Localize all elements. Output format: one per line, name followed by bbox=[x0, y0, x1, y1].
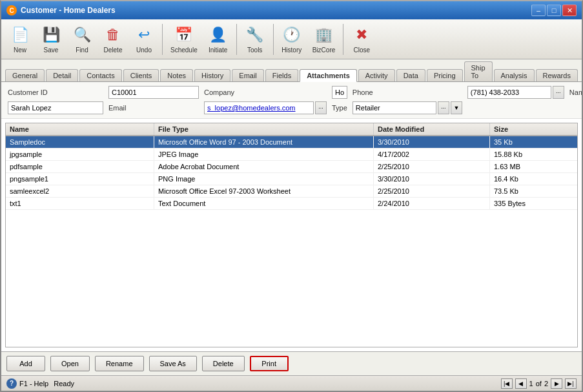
undo-label: Undo bbox=[136, 46, 152, 54]
status-text: Ready bbox=[54, 380, 74, 387]
customer-info-section: Customer ID Company Phone ··· Name Email… bbox=[1, 82, 582, 119]
col-header-date: Date Modified bbox=[374, 123, 490, 135]
table-row[interactable]: samleexcel2 Microsoft Office Excel 97-20… bbox=[6, 185, 577, 198]
email-expand-button[interactable]: ··· bbox=[315, 101, 327, 114]
email-field-group: ··· bbox=[204, 101, 327, 114]
maximize-button[interactable]: □ bbox=[547, 5, 561, 16]
col-header-filetype: File Type bbox=[154, 123, 374, 135]
table-row[interactable]: txt1 Text Document 2/24/2010 335 Bytes bbox=[6, 198, 577, 210]
page-total: 2 bbox=[544, 380, 548, 387]
delete-label: Delete bbox=[104, 46, 123, 54]
tools-icon: 🔧 bbox=[245, 25, 265, 45]
type-dropdown-button[interactable]: ▼ bbox=[451, 101, 462, 114]
row-date: 4/17/2002 bbox=[374, 149, 490, 160]
name-label: Name bbox=[569, 88, 582, 96]
table-row[interactable]: pdfsample Adobe Acrobat Document 2/25/20… bbox=[6, 161, 577, 173]
tab-pricing[interactable]: Pricing bbox=[427, 69, 463, 81]
phone-expand-button[interactable]: ··· bbox=[553, 86, 564, 99]
type-expand-button[interactable]: ··· bbox=[438, 101, 449, 114]
nav-first-button[interactable]: |◀ bbox=[501, 378, 513, 389]
open-button[interactable]: Open bbox=[50, 356, 90, 371]
table-row[interactable]: Sampledoc Microsoft Office Word 97 - 200… bbox=[6, 136, 577, 149]
tab-fields[interactable]: Fields bbox=[265, 69, 298, 81]
initiate-button[interactable]: 👤 Initiate bbox=[203, 22, 233, 56]
col-header-name: Name bbox=[6, 123, 154, 135]
company-field[interactable] bbox=[332, 86, 347, 99]
row-filetype: Microsoft Office Excel 97-2003 Worksheet bbox=[154, 185, 374, 197]
delete-button[interactable]: 🗑 Delete bbox=[98, 22, 128, 56]
page-of-label: of bbox=[536, 380, 542, 387]
status-nav: |◀ ◀ 1 of 2 ▶ ▶| bbox=[501, 378, 577, 389]
save-icon: 💾 bbox=[41, 25, 61, 45]
new-button[interactable]: 📄 New bbox=[5, 22, 35, 56]
tab-rewards[interactable]: Rewards bbox=[536, 69, 578, 81]
nav-last-button[interactable]: ▶| bbox=[565, 378, 577, 389]
tab-shipto[interactable]: Ship To bbox=[464, 61, 493, 81]
row-name: pngsample1 bbox=[6, 173, 154, 185]
history-toolbar-label: History bbox=[281, 46, 302, 54]
row-name: jpgsample bbox=[6, 149, 154, 160]
print-button[interactable]: Print bbox=[250, 356, 289, 371]
table-row[interactable]: pngsample1 PNG Image 3/30/2010 16.4 Kb bbox=[6, 173, 577, 185]
tab-contacts[interactable]: Contacts bbox=[79, 69, 121, 81]
tools-button[interactable]: 🔧 Tools bbox=[240, 22, 270, 56]
delete-attachment-button[interactable]: Delete bbox=[202, 356, 245, 371]
schedule-icon: 📅 bbox=[174, 25, 194, 45]
save-button[interactable]: 💾 Save bbox=[36, 22, 66, 56]
row-name: Sampledoc bbox=[6, 136, 154, 148]
tab-detail[interactable]: Detail bbox=[46, 69, 78, 81]
phone-field[interactable] bbox=[467, 86, 551, 99]
tab-notes[interactable]: Notes bbox=[160, 69, 193, 81]
tab-history[interactable]: History bbox=[194, 69, 230, 81]
toolbar: 📄 New 💾 Save 🔍 Find 🗑 Delete ↩ Undo 📅 Sc… bbox=[1, 19, 582, 59]
tab-attachments[interactable]: Attachments bbox=[300, 69, 357, 82]
row-date: 2/24/2010 bbox=[374, 198, 490, 209]
tab-activity[interactable]: Activity bbox=[358, 69, 395, 81]
bottom-button-bar: Add Open Rename Save As Delete Print bbox=[1, 351, 582, 375]
help-label: F1 - Help bbox=[19, 380, 48, 387]
row-date: 3/30/2010 bbox=[374, 173, 490, 185]
title-bar: C Customer - Home Dealers – □ ✕ bbox=[1, 1, 582, 19]
find-icon: 🔍 bbox=[72, 25, 92, 45]
row-date: 3/30/2010 bbox=[374, 136, 490, 148]
schedule-button[interactable]: 📅 Schedule bbox=[166, 22, 202, 56]
row-size: 16.4 Kb bbox=[490, 173, 577, 185]
rename-button[interactable]: Rename bbox=[95, 356, 144, 371]
tab-general[interactable]: General bbox=[5, 69, 45, 81]
tab-bar: General Detail Contacts Clients Notes Hi… bbox=[1, 59, 582, 82]
close-toolbar-button[interactable]: ✖ Close bbox=[347, 22, 376, 56]
row-size: 335 Bytes bbox=[490, 198, 577, 209]
window-close-button[interactable]: ✕ bbox=[562, 5, 577, 16]
minimize-button[interactable]: – bbox=[531, 5, 546, 16]
table-row[interactable]: jpgsample JPEG Image 4/17/2002 15.88 Kb bbox=[6, 149, 577, 161]
tab-analysis[interactable]: Analysis bbox=[494, 69, 535, 81]
type-field[interactable] bbox=[353, 101, 436, 114]
title-controls: – □ ✕ bbox=[531, 5, 577, 16]
row-name: pdfsample bbox=[6, 161, 154, 172]
history-icon: 🕐 bbox=[281, 25, 302, 45]
company-label: Company bbox=[204, 88, 327, 96]
find-button[interactable]: 🔍 Find bbox=[67, 22, 97, 56]
delete-toolbar-icon: 🗑 bbox=[103, 25, 123, 45]
name-field[interactable] bbox=[8, 101, 103, 114]
col-header-size: Size bbox=[490, 123, 577, 135]
nav-next-button[interactable]: ▶ bbox=[551, 378, 562, 389]
row-filetype: Text Document bbox=[154, 198, 374, 209]
nav-prev-button[interactable]: ◀ bbox=[515, 378, 527, 389]
tab-email[interactable]: Email bbox=[232, 69, 264, 81]
history-toolbar-button[interactable]: 🕐 History bbox=[277, 22, 307, 56]
add-button[interactable]: Add bbox=[6, 356, 45, 371]
row-size: 73.5 Kb bbox=[490, 185, 577, 197]
window-title: Customer - Home Dealers bbox=[21, 6, 116, 15]
phone-label: Phone bbox=[353, 88, 462, 96]
tab-clients[interactable]: Clients bbox=[123, 69, 159, 81]
bizcore-button[interactable]: 🏢 BizCore bbox=[308, 22, 340, 56]
help-section: ? F1 - Help bbox=[6, 378, 48, 389]
undo-button[interactable]: ↩ Undo bbox=[129, 22, 159, 56]
phone-field-group: ··· bbox=[467, 86, 564, 99]
save-as-button[interactable]: Save As bbox=[149, 356, 197, 371]
tab-data[interactable]: Data bbox=[396, 69, 425, 81]
initiate-label: Initiate bbox=[209, 46, 227, 54]
customer-id-field[interactable] bbox=[108, 86, 199, 99]
email-field[interactable] bbox=[204, 101, 314, 114]
